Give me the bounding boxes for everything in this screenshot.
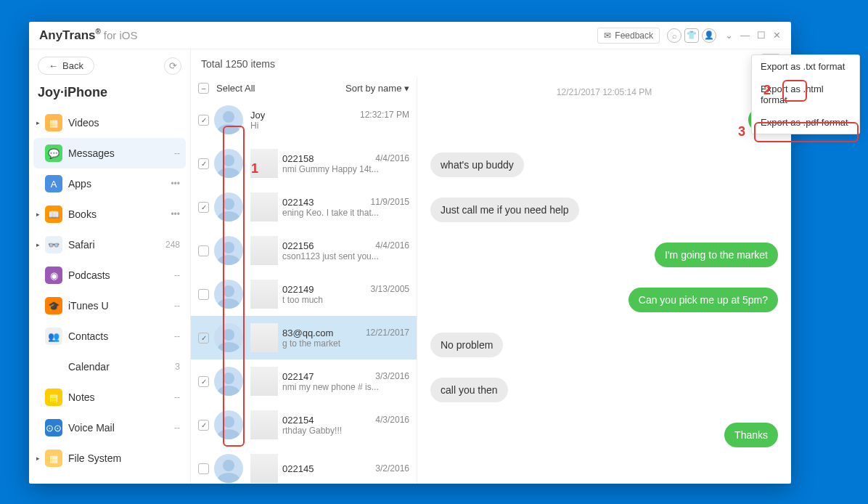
sidebar-item-count: ••• — [171, 209, 180, 219]
sidebar-item-messages[interactable]: 💬 Messages -- — [33, 138, 186, 168]
caret-icon: ▸ — [36, 211, 44, 218]
message-bubble: call you then — [430, 378, 508, 402]
window-controls: ⌄ — ☐ ✕ — [725, 30, 781, 41]
thread-date: 4/3/2016 — [375, 415, 409, 426]
thread-name: 022158 — [282, 153, 314, 164]
sidebar-item-label: Podcasts — [68, 269, 174, 281]
thread-row[interactable]: ✓ 0221473/3/2016 nmi my new phone # is..… — [191, 359, 417, 403]
sidebar-item-notes[interactable]: ▤ Notes -- — [33, 382, 186, 412]
thread-date: 3/3/2016 — [375, 371, 409, 382]
device-name: Joy·iPhone — [33, 82, 186, 107]
thread-checkbox[interactable]: ✓ — [198, 376, 209, 387]
sidebar-item-label: Voice Mail — [68, 422, 174, 434]
maximize-button[interactable]: ☐ — [757, 30, 766, 41]
thread-checkbox[interactable]: ✓ — [198, 202, 209, 213]
sidebar-item-file-system[interactable]: ▸ ▦ File System — [33, 443, 186, 473]
sidebar-item-videos[interactable]: ▸ ▦ Videos — [33, 107, 186, 138]
thread-checkbox[interactable]: ✓ — [198, 115, 209, 126]
sidebar-item-label: Videos — [68, 117, 180, 129]
thread-date: 12/21/2017 — [366, 328, 409, 338]
blurred-region — [250, 367, 278, 396]
thread-row[interactable]: 0221453/2/2016 — [191, 447, 417, 484]
category-icon: 👥 — [45, 328, 62, 345]
sidebar-item-safari[interactable]: ▸ 👓 Safari 248 — [33, 229, 186, 260]
sidebar-item-books[interactable]: ▸ 📖 Books ••• — [33, 199, 186, 229]
thread-row[interactable]: ✓ 0221584/4/2016 nmi Gummy Happy 14t... — [191, 142, 417, 185]
thread-preview: Hi — [250, 121, 409, 131]
avatar — [214, 367, 243, 396]
chevron-down-icon[interactable]: ⌄ — [725, 30, 733, 41]
sidebar-item-count: ••• — [171, 179, 180, 189]
sidebar-item-itunes-u[interactable]: 🎓 iTunes U -- — [33, 290, 186, 321]
export-menu-item[interactable]: Export as .txt format — [752, 55, 859, 78]
thread-name: Joy — [250, 110, 265, 121]
sidebar-item-count: -- — [174, 301, 180, 311]
thread-checkbox[interactable]: ✓ — [198, 333, 209, 344]
app-title: AnyTrans® — [39, 28, 101, 43]
sidebar-item-label: Apps — [68, 178, 171, 190]
select-all-checkbox[interactable]: – — [198, 83, 209, 94]
blurred-region — [250, 280, 278, 309]
tshirt-icon[interactable]: 👕 — [684, 28, 699, 43]
export-menu-item[interactable]: Export as .pdf format — [752, 111, 859, 134]
thread-checkbox[interactable] — [198, 463, 209, 474]
message-bubble: I'm going to the market — [655, 243, 778, 267]
message-bubble: Can you pick me up at 5pm? — [629, 288, 778, 312]
message-list: – Select All Sort by name ▾ ✓ Joy12:32:1… — [191, 78, 417, 484]
thread-row[interactable]: ✓ 02214311/9/2015 ening Keo. I take it t… — [191, 185, 417, 229]
back-button[interactable]: ← Back — [38, 57, 94, 75]
sidebar-item-contacts[interactable]: 👥 Contacts -- — [33, 321, 186, 351]
category-icon: 📖 — [45, 206, 62, 223]
minimize-button[interactable]: — — [740, 30, 750, 41]
blurred-region — [250, 454, 278, 483]
mail-icon: ✉ — [604, 31, 611, 41]
category-icon: 👓 — [45, 236, 62, 253]
message-bubble: Just call me if you need help — [430, 198, 579, 222]
feedback-button[interactable]: ✉ Feedback — [597, 28, 660, 44]
conversation-timestamp: 12/21/2017 12:05:14 PM — [430, 87, 778, 97]
export-menu-item[interactable]: Export as .html format — [752, 78, 859, 111]
category-icon: ◉ — [45, 267, 62, 284]
sidebar-list: ▸ ▦ Videos 💬 Messages -- A Apps •••▸ 📖 B… — [33, 107, 186, 484]
thread-name: 022156 — [282, 240, 314, 251]
sidebar-item-podcasts[interactable]: ◉ Podcasts -- — [33, 260, 186, 290]
sidebar-item-label: Contacts — [68, 330, 174, 342]
category-icon: A — [45, 175, 62, 192]
sidebar-item-count: -- — [174, 423, 180, 433]
sidebar-item-apps[interactable]: A Apps ••• — [33, 168, 186, 199]
thread-preview: rthday Gabby!!! — [282, 426, 409, 436]
thread-name: 022154 — [282, 415, 314, 426]
refresh-button[interactable]: ⟳ — [164, 57, 181, 75]
sidebar-item-calendar[interactable]: 5 Calendar 3 — [33, 351, 186, 382]
category-icon: 💬 — [45, 145, 62, 162]
sidebar-item-label: Calendar — [68, 361, 175, 373]
thread-preview: nmi my new phone # is... — [282, 382, 409, 392]
close-button[interactable]: ✕ — [773, 30, 781, 41]
avatar — [214, 454, 243, 483]
sort-dropdown[interactable]: Sort by name ▾ — [345, 83, 409, 94]
thread-checkbox[interactable]: ✓ — [198, 158, 209, 169]
avatar — [214, 323, 243, 352]
sidebar-item-voice-mail[interactable]: ⊙⊙ Voice Mail -- — [33, 412, 186, 443]
thread-checkbox[interactable] — [198, 245, 209, 256]
thread-row[interactable]: 0221564/4/2016 cson1123 just sent you... — [191, 229, 417, 272]
thread-row[interactable]: ✓ Joy12:32:17 PM Hi — [191, 98, 417, 142]
thread-preview: t too much — [282, 295, 409, 305]
arrow-left-icon: ← — [49, 60, 58, 71]
thread-row[interactable]: 0221493/13/2005 t too much — [191, 272, 417, 316]
thread-checkbox[interactable] — [198, 289, 209, 300]
select-all-label[interactable]: Select All — [216, 83, 255, 94]
search-icon[interactable]: ⌕ — [667, 28, 681, 43]
thread-row[interactable]: ✓ 83@qq.com12/21/2017 g to the market — [191, 316, 417, 359]
thread-checkbox[interactable]: ✓ — [198, 420, 209, 431]
blurred-region — [250, 192, 278, 221]
caret-icon: ▸ — [36, 119, 44, 126]
thread-date: 3/2/2016 — [375, 463, 409, 474]
blurred-region — [250, 149, 278, 178]
sidebar-item-label: Books — [68, 208, 171, 220]
category-icon: ▦ — [45, 114, 62, 131]
avatar — [214, 105, 243, 134]
user-icon[interactable]: 👤 — [702, 28, 716, 43]
thread-row[interactable]: ✓ 0221544/3/2016 rthday Gabby!!! — [191, 403, 417, 447]
avatar — [214, 280, 243, 309]
